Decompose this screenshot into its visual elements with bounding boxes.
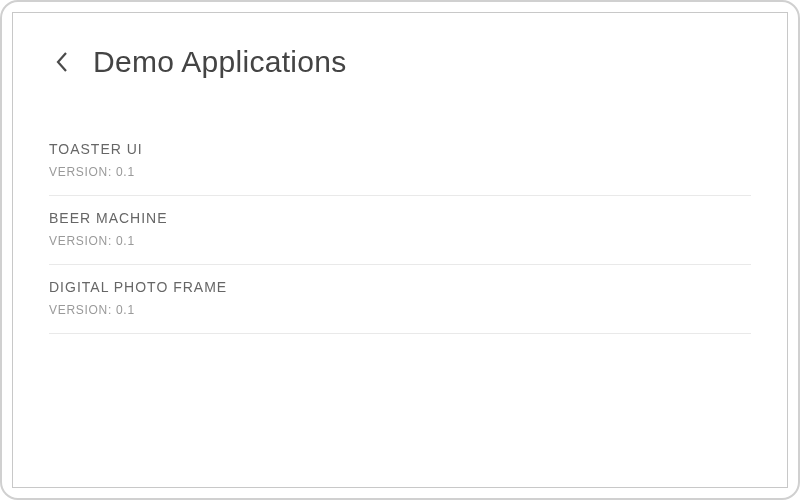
app-name: TOASTER UI — [49, 141, 751, 157]
app-list: TOASTER UI VERSION: 0.1 BEER MACHINE VER… — [49, 127, 751, 334]
app-version: VERSION: 0.1 — [49, 165, 751, 179]
header: Demo Applications — [49, 37, 751, 79]
app-name: DIGITAL PHOTO FRAME — [49, 279, 751, 295]
back-button[interactable] — [49, 51, 69, 73]
screen-content: Demo Applications TOASTER UI VERSION: 0.… — [12, 12, 788, 488]
chevron-left-icon — [55, 51, 69, 73]
app-version: VERSION: 0.1 — [49, 303, 751, 317]
list-item[interactable]: TOASTER UI VERSION: 0.1 — [49, 127, 751, 196]
device-frame: Demo Applications TOASTER UI VERSION: 0.… — [0, 0, 800, 500]
page-title: Demo Applications — [93, 45, 347, 79]
list-item[interactable]: DIGITAL PHOTO FRAME VERSION: 0.1 — [49, 265, 751, 334]
app-version: VERSION: 0.1 — [49, 234, 751, 248]
list-item[interactable]: BEER MACHINE VERSION: 0.1 — [49, 196, 751, 265]
app-name: BEER MACHINE — [49, 210, 751, 226]
